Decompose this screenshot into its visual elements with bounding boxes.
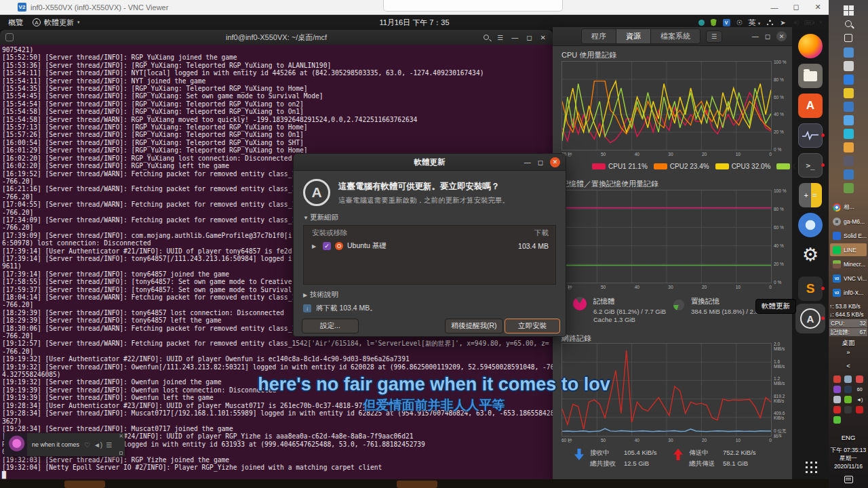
column-download: 下載 <box>534 228 549 238</box>
vnc-maximize-button[interactable]: ◻ <box>785 0 807 14</box>
sysmon-close-button[interactable]: ✕ <box>776 31 787 41</box>
tab-resources[interactable]: 資源 <box>616 29 651 43</box>
solid-icon <box>833 232 841 240</box>
terminal-titlebar[interactable]: inf0@inf0-X550VX: ~/桌面/mcf ☰ — ◻ ✕ <box>0 30 553 45</box>
topbar-clock[interactable]: 11月16日 下午 7：35 <box>379 18 449 28</box>
playlist-icon[interactable]: ☰ <box>106 441 112 449</box>
tray-expander[interactable]: < <box>829 362 868 369</box>
memory-usage-graph <box>561 190 772 283</box>
row-expand-caret-icon[interactable]: ▶ <box>312 243 319 249</box>
dock-firefox[interactable] <box>795 31 825 61</box>
dock-ubuntu-software[interactable]: A <box>795 91 825 121</box>
taskbar-pinned-todo-check-icon[interactable] <box>829 75 868 85</box>
taskbar-pinned-molecule-icon[interactable] <box>829 47 868 58</box>
dialog-close-button[interactable]: ✕ <box>550 157 560 167</box>
task-view-button[interactable] <box>829 34 868 42</box>
desktop-toolbar-label[interactable]: 桌面 <box>829 339 868 348</box>
input-language-indicator[interactable]: 英 ▾ <box>749 18 761 28</box>
taskbar-pinned-bird-app-icon[interactable] <box>829 115 868 125</box>
taskbar-pinned-blue-square-app-icon[interactable] <box>829 169 868 180</box>
update-item-checkbox[interactable]: ✓ <box>323 242 331 250</box>
tab-processes[interactable]: 程序 <box>582 29 616 43</box>
taskbar-pinned-pixel-app-icon[interactable] <box>829 156 868 166</box>
desktop-toolbar-chevron[interactable]: » <box>829 348 868 356</box>
vnc-logo-icon: V2 <box>18 3 26 12</box>
dialog-maximize-button[interactable]: ◻ <box>538 159 543 166</box>
network-recv-legend: 接收中105.4 KiB/s 總共接收12.5 GiB <box>574 449 657 468</box>
taskbar-pinned-sticky-note-icon[interactable] <box>829 88 868 98</box>
terminal-icon: >_ <box>798 153 823 178</box>
taskbar-window--[interactable]: 相... <box>830 201 867 214</box>
dock-software-updater[interactable]: A <box>795 304 825 333</box>
sysmon-minimize-button[interactable]: — <box>752 33 759 40</box>
taskbar-window-solid-e-[interactable]: Solid E... <box>830 229 867 242</box>
start-button[interactable] <box>829 5 868 16</box>
ubuntu-software-icon: A <box>798 94 823 118</box>
terminal-menu-icon[interactable]: ☰ <box>497 34 503 41</box>
taskbar-window-minecr-[interactable]: Minecr... <box>830 258 867 270</box>
app-menu[interactable]: A 軟體更新 ▾ <box>33 18 80 28</box>
settings-button[interactable]: 設定... <box>302 319 359 333</box>
heart-icon[interactable]: ♡ <box>84 441 90 449</box>
dock-terminal[interactable]: >_ <box>795 150 825 180</box>
cpu2-swatch <box>654 163 667 169</box>
vnc-tray-icon[interactable]: V <box>723 19 730 26</box>
taskbar-pinned-calculator-icon[interactable] <box>829 61 868 71</box>
vnc-minimize-button[interactable]: — <box>764 0 785 14</box>
molecule-icon <box>844 47 854 58</box>
update-details-expander[interactable]: ▼更新細節 <box>303 213 556 222</box>
subtitle-english: here's no fair game when it comes to lov <box>0 374 868 395</box>
terminal-minimize-button[interactable]: — <box>511 34 518 41</box>
traffic-monitor[interactable]: ↑: 53.8 KB/s ↓: 644.5 KB/s CPU:32 記憶體:67 <box>829 302 867 336</box>
album-art <box>4 433 27 456</box>
terminal-maximize-button[interactable]: ◻ <box>526 34 532 41</box>
taskbar-window-vnc-vi-[interactable]: V2VNC Vi... <box>830 272 867 285</box>
dock-show-applications[interactable] <box>795 451 825 481</box>
vnc-close-button[interactable]: ✕ <box>807 0 829 14</box>
cpu3-legend-item[interactable]: CPU3 32.0% <box>715 163 771 170</box>
taskbar-window-line[interactable]: LINE <box>830 243 867 256</box>
update-item-row[interactable]: ▶ ✓ Ubuntu 基礎 103.4 MB <box>304 239 555 251</box>
dock-settings[interactable]: ⚙ <box>795 240 825 270</box>
taskbar-window-inf0-x-[interactable]: V2inf0-X... <box>830 286 867 299</box>
player-close-icon[interactable]: ✕ <box>119 433 123 439</box>
upload-arrow-icon <box>673 449 683 460</box>
wechat-icon[interactable] <box>833 416 841 424</box>
cpu2-legend-item[interactable]: CPU2 23.4% <box>654 163 709 170</box>
language-indicator[interactable]: ENG <box>829 434 868 441</box>
taskbar-search-button[interactable] <box>829 20 868 27</box>
update-package-list[interactable]: 安裝或移除 下載 ▶ ✓ Ubuntu 基礎 103.4 MB <box>303 225 556 285</box>
taskbar-pinned-c-app-icon[interactable] <box>829 129 868 139</box>
taskbar-pinned-mail-icon[interactable] <box>829 102 868 112</box>
dock-system-monitor[interactable] <box>795 121 825 150</box>
mini-music-player[interactable]: ne when it comes to love ♡ ◄) ☰ ✕ <box>4 433 125 456</box>
terminal-close-button[interactable]: ✕ <box>540 34 546 41</box>
tab-filesystems[interactable]: 檔案系統 <box>651 29 700 43</box>
minecraft-icon <box>844 183 854 193</box>
terminal-search-icon[interactable] <box>484 35 489 40</box>
dock-files[interactable] <box>795 61 825 91</box>
activities-button[interactable]: 概覽 <box>8 18 23 28</box>
dock-sublime-text[interactable]: S <box>795 274 825 304</box>
sysmon-maximize-button[interactable]: ◻ <box>765 33 770 40</box>
software-updater-menu-icon: A <box>33 18 41 26</box>
speaker-icon[interactable]: ◄) <box>94 441 102 449</box>
install-now-button[interactable]: 立即安裝 <box>505 319 560 333</box>
taskbar-pinned-minecraft-icon[interactable] <box>829 183 868 193</box>
remind-later-button[interactable]: 稍後提醒我(R) <box>445 319 503 333</box>
dialog-titlebar[interactable]: 軟體更新 — ◻ ✕ <box>294 154 566 171</box>
vnc-floating-toolbar[interactable] <box>383 0 563 12</box>
dialog-minimize-button[interactable]: — <box>524 159 531 166</box>
action-center-button[interactable] <box>829 476 868 483</box>
dock-calculator[interactable]: += <box>795 180 825 210</box>
player-expand-icon[interactable] <box>119 451 123 455</box>
accessibility-icon[interactable]: ☉ <box>736 19 743 26</box>
taskbar-pinned-folder-icon[interactable] <box>829 142 868 152</box>
system-monitor-header[interactable]: 程序 資源 檔案系統 ☰ — ◻ ✕ <box>553 27 792 46</box>
dock-chromium[interactable] <box>795 210 825 240</box>
sysmon-menu-icon[interactable]: ☰ <box>706 30 722 43</box>
technical-description-expander[interactable]: ▶技術說明 <box>303 290 556 300</box>
cpu1-legend-item[interactable]: CPU1 21.1% <box>592 163 648 170</box>
taskbar-clock[interactable]: 下午 07:35:13 星期一 2020/11/16 <box>829 446 868 470</box>
taskbar-window-ga-m6-[interactable]: ga-M6... <box>830 215 867 228</box>
